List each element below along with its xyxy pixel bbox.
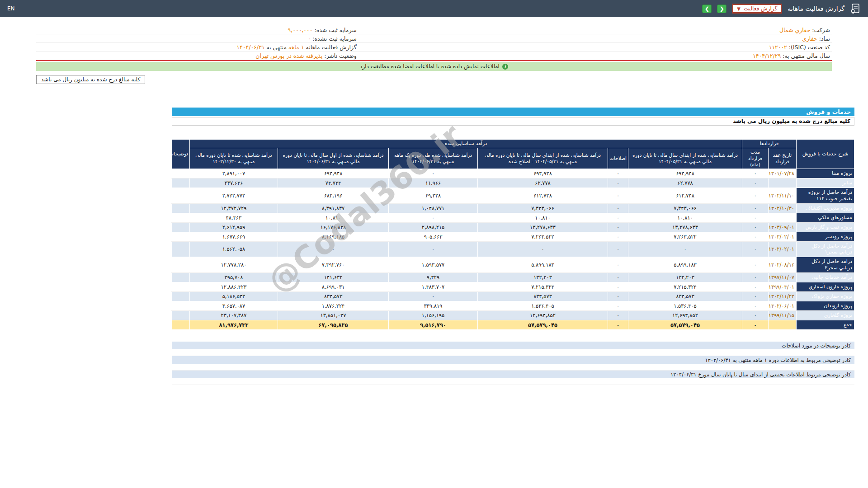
cell-rev-prev: ۱,۵۶۲,۰۵۸ (189, 241, 278, 257)
table-row: سایر۰۶۲,۷۷۸۰۶۲,۷۷۸۱۱,۹۶۶۷۴,۷۴۴۲۳۷,۶۴۶ (171, 178, 854, 188)
cell-rev-adjusted: ۱۲,۶۹۴,۸۵۲ (477, 310, 608, 320)
notes-sections: کادر توضیحات در مورد اصلاحاتکادر توضیحی … (172, 342, 854, 385)
page-title: گزارش فعالیت ماهانه (788, 5, 844, 12)
cell-rev-prev: ۲,۸۹۱,۰۰۷ (189, 169, 278, 178)
note-section-header: کادر توضیحی مربوط به اطلاعات دوره ۱ ماهه… (172, 356, 854, 364)
cell-duration: ۰ (742, 291, 768, 301)
cell-rev-month: ۱۱,۹۶۶ (388, 178, 477, 188)
table-row: پروژه گلخاري۱۳۹۹/۱۱/۱۵۰۱۲,۶۹۴,۸۵۲۰۱۲,۶۹۴… (171, 310, 854, 320)
sales-table-wrap: شرح خدمات یا فروش قراردادها درآمد شناسای… (172, 139, 854, 330)
cell-rev-total: ۶۹۴,۹۴۸ (278, 169, 388, 178)
next-report-button[interactable]: ❮ (717, 5, 726, 13)
cell-notes (171, 203, 189, 213)
cell-rev-month: ۰ (388, 241, 477, 257)
cell-notes (171, 257, 189, 273)
cell-notes (171, 310, 189, 320)
cell-date: ۱۴۰۲/۰۲/۰۱ (769, 241, 797, 257)
red-separator (36, 60, 832, 61)
header-rev-adjusted: درآمد شناسايي شده از ابتداي سال مالي تا … (477, 148, 608, 169)
row-label: پروژه مارون آسماري (797, 282, 854, 291)
cell-date: ۱۴۰۲/۰۶/۰۱ (769, 301, 797, 310)
row-label: سایر (797, 178, 854, 188)
cell-rev-before: ۷,۲۶۳,۵۲۲ (628, 232, 742, 241)
row-label: پروژه گلخاري (797, 310, 854, 320)
cell-rev-adjusted: ۷,۳۴۳,۰۶۶ (477, 203, 608, 213)
table-row: درآمد حاصل از دكل دريايي سحر۱۱۴۰۲/۰۲/۰۱۰… (171, 241, 854, 257)
cell-rev-before: ۶۲,۷۷۸ (628, 178, 742, 188)
row-label: درآمد حاصل از دكل دريايي سحر۱ (797, 241, 854, 257)
table-row: درامد حاصل از دكل دريايي سحر۲۱۴۰۲/۰۸/۱۶۰… (171, 257, 854, 273)
header-rev-total: درآمد شناسايي شده از اول سال مالي تا پاي… (278, 148, 388, 169)
cell-notes (171, 188, 189, 204)
report-type-select[interactable]: گزارش فعالیت ▼ (732, 4, 782, 14)
cell-date: ۱۴۰۲/۱۰/۳۰ (769, 203, 797, 213)
cell-duration: ۰ (742, 203, 768, 213)
cell-date: ۱۴۰۳/۰۲/۰۱ (769, 232, 797, 241)
symbol-row: نماد: حفاري (359, 34, 832, 43)
cell-rev-total: ۱۳,۸۵۱,۰۴۷ (278, 310, 388, 320)
cell-rev-total: ۶۸۲,۱۹۶ (278, 188, 388, 204)
section-header: خدمات و فروش (172, 108, 854, 116)
cell-date (769, 213, 797, 222)
cell-adjustments: ۰ (608, 320, 628, 329)
header-contract-date: تاریخ عقد قرارداد (769, 148, 797, 169)
cell-date: ۱۳۹۷/۱۱/۰۷ (769, 272, 797, 282)
cell-notes (171, 232, 189, 241)
cell-rev-prev: ۱۲,۳۷۲,۷۲۹ (189, 203, 278, 213)
cell-rev-total: ۱۴۱,۶۳۲ (278, 272, 388, 282)
row-label: درآمد حاصل از پروژه نفتخیز جنوب ۱۱۴ (797, 188, 854, 204)
cell-rev-adjusted: ۵,۸۹۹,۱۸۳ (477, 257, 608, 273)
cell-rev-total: ۷,۴۹۲,۷۶۰ (278, 257, 388, 273)
cell-adjustments: ۰ (608, 310, 628, 320)
cell-rev-adjusted: ۶۲,۷۷۸ (477, 178, 608, 188)
cell-adjustments: ۰ (608, 257, 628, 273)
cell-rev-prev: ۴۸,۴۶۳ (189, 213, 278, 222)
note-section: کادر توضیحی مربوط اطلاعات تجمعی از ابتدا… (172, 371, 854, 385)
report-period-value: ۱ ماهه (288, 44, 304, 51)
prev-report-button[interactable]: ❯ (702, 5, 712, 13)
publisher-status-value: پذیرفته شده در بورس تهران (255, 52, 322, 59)
cell-adjustments: ۰ (608, 222, 628, 232)
cell-rev-adjusted: ۱۰,۸۱۰ (477, 213, 608, 222)
cell-rev-prev: ۳,۶۵۷,۰۸۷ (189, 301, 278, 310)
language-toggle[interactable]: EN (7, 5, 15, 12)
cell-duration: ۰ (742, 320, 768, 329)
cell-rev-month: ۹,۵۱۶,۷۹۰ (388, 320, 477, 329)
cell-date: ۱۴۰۲/۱۱/۲۲ (769, 291, 797, 301)
cell-duration: ۰ (742, 232, 768, 241)
cell-rev-month: ۰ (388, 213, 477, 222)
cell-date: ۱۴۰۳/۰۹/۰۱ (769, 222, 797, 232)
cell-rev-before: ۷,۲۱۵,۳۲۴ (628, 282, 742, 291)
cell-rev-prev: ۱۲,۷۷۸,۲۸۰ (189, 257, 278, 273)
topbar: گزارش فعالیت ماهانه گزارش فعالیت ▼ ❮ ❯ E… (0, 0, 868, 17)
cell-rev-total: ۱,۸۷۶,۲۲۴ (278, 301, 388, 310)
cell-rev-prev: ۲۳۷,۶۴۶ (189, 178, 278, 188)
table-group-header-row: شرح خدمات یا فروش قراردادها درآمد شناسای… (171, 140, 854, 148)
isic-label: کد صنعت (ISIC): (789, 44, 830, 51)
cell-rev-month: ۱,۱۵۶,۱۹۵ (388, 310, 477, 320)
symbol-label: نماد: (819, 35, 830, 42)
cell-date: ۱۳۹۹/۱۱/۱۵ (769, 310, 797, 320)
cell-rev-month: ۰ (388, 169, 477, 178)
cell-rev-prev: ۲,۶۱۲,۹۵۹ (189, 222, 278, 232)
cell-notes (171, 301, 189, 310)
publisher-status-row: وضعیت ناشر: پذیرفته شده در بورس تهران (36, 52, 359, 60)
isic-value: ۱۱۲۰۰۲ (769, 44, 787, 51)
chevron-down-icon: ▼ (737, 6, 741, 11)
cell-notes (171, 213, 189, 222)
note-section-header: کادر توضیحی مربوط اطلاعات تجمعی از ابتدا… (172, 371, 854, 378)
cell-rev-total: ۸۳۴,۵۷۳ (278, 291, 388, 301)
cell-rev-before: ۱۳,۲۷۸,۶۳۳ (628, 222, 742, 232)
cell-rev-before: ۵,۸۹۹,۱۸۳ (628, 257, 742, 273)
row-label: پروژه نفت و گاز پارس (797, 222, 854, 232)
fiscal-year-label: سال مالی منتهی به: (783, 52, 830, 59)
signature-match-banner: i اطلاعات نمایش داده شده با اطلاعات امضا… (36, 62, 832, 71)
cell-duration: ۰ (742, 282, 768, 291)
cell-date: ۱۴۰۲/۱۱/۱۰ (769, 188, 797, 204)
cell-date: ۱۳۹۹/۰۴/۰۱ (769, 282, 797, 291)
cell-date: ۱۴۰۱/۰۷/۲۸ (769, 169, 797, 178)
cell-rev-adjusted: ۱,۵۳۶,۴۰۵ (477, 301, 608, 310)
cell-adjustments: ۰ (608, 241, 628, 257)
cell-rev-before: ۱۳۲,۲۰۳ (628, 272, 742, 282)
row-label: درامد حاصل از دكل دريايي سحر۲ (797, 257, 854, 273)
